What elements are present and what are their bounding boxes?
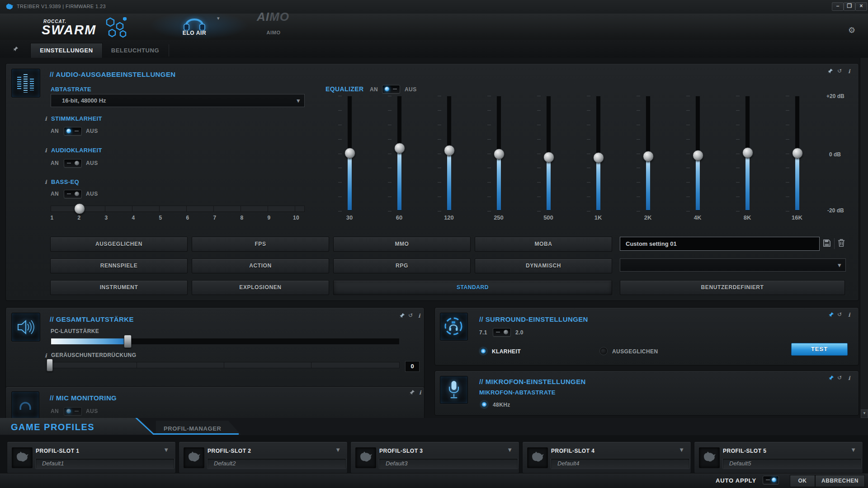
profile-card-4[interactable]: PROFIL-SLOT 4 ▼ Default4	[522, 441, 691, 474]
profile-name-field[interactable]: Default2	[207, 458, 346, 469]
profile-name-field[interactable]: Default3	[379, 458, 518, 469]
aimo-logo[interactable]: AIMO	[257, 10, 289, 24]
preset-explosionen-button[interactable]: EXPLOSIONEN	[192, 280, 329, 295]
bass-eq-info-icon[interactable]: i	[45, 179, 47, 185]
device-name[interactable]: ELO AIR	[172, 30, 217, 36]
noise-slider[interactable]	[49, 362, 400, 368]
audio-clarity-info-icon[interactable]: i	[45, 147, 47, 154]
profile-name-field[interactable]: Default1	[35, 458, 175, 469]
scrollbar-down-button[interactable]: ▾	[861, 409, 868, 418]
gear-icon[interactable]: ⚙	[848, 25, 855, 35]
custom-setting-input[interactable]: Custom setting 01	[620, 237, 820, 251]
microphone-undo-icon[interactable]: ↺	[837, 375, 842, 381]
eq-slider-handle[interactable]	[792, 148, 803, 159]
audio-pin-icon[interactable]	[827, 68, 833, 74]
eq-slider-handle[interactable]	[344, 148, 355, 159]
ok-button[interactable]: OK	[790, 475, 815, 487]
chevron-down-icon[interactable]: ▼	[507, 446, 513, 453]
eq-slider-handle[interactable]	[543, 152, 554, 163]
preset-ausgeglichen-button[interactable]: AUSGEGLICHEN	[50, 237, 188, 252]
save-icon[interactable]	[823, 239, 831, 248]
rate-48khz-radio[interactable]	[480, 400, 488, 408]
pc-volume-handle[interactable]	[124, 335, 132, 348]
noise-info-icon[interactable]: i	[45, 352, 47, 359]
noise-slider-handle[interactable]	[47, 359, 53, 371]
eq-slider-handle[interactable]	[444, 145, 455, 156]
master-undo-icon[interactable]: ↺	[408, 312, 413, 319]
profile-card-1[interactable]: PROFIL-SLOT 1 ▼ Default1	[7, 441, 176, 474]
auto-apply-toggle[interactable]	[763, 476, 779, 484]
eq-slider-handle[interactable]	[643, 151, 654, 162]
chevron-down-icon[interactable]: ▼	[163, 446, 169, 453]
preset-mmo-button[interactable]: MMO	[333, 237, 471, 252]
audio-undo-icon[interactable]: ↺	[837, 68, 842, 74]
eq-slider-handle[interactable]	[693, 150, 703, 161]
roccat-logo-box	[699, 447, 720, 468]
eq-slider-handle[interactable]	[593, 152, 604, 163]
surround-pin-icon[interactable]	[828, 312, 834, 318]
brand-swarm-logo: SWARM	[42, 23, 96, 38]
eq-slider-handle[interactable]	[394, 143, 405, 154]
eq-band-30: 30	[325, 96, 374, 223]
eq-slider-handle[interactable]	[742, 147, 753, 158]
chevron-down-icon[interactable]: ▼	[335, 446, 341, 453]
preset-moba-button[interactable]: MOBA	[475, 237, 612, 252]
preset-standard-button[interactable]: STANDARD	[333, 280, 612, 295]
mic-monitoring-pin-icon[interactable]	[409, 389, 415, 395]
audio-info-icon[interactable]: i	[848, 68, 850, 75]
custom-preset-dropdown[interactable]: ▾	[620, 258, 846, 272]
preset-rennspiele-button[interactable]: RENNSPIELE	[50, 258, 188, 273]
abbrechen-button[interactable]: ABBRECHEN	[815, 475, 865, 487]
pc-volume-fill	[51, 338, 127, 344]
minimize-button[interactable]: –	[832, 2, 844, 11]
mic-monitoring-info-icon[interactable]: i	[419, 389, 421, 396]
mic-monitoring-toggle[interactable]	[64, 407, 82, 416]
device-selector[interactable]	[179, 15, 210, 30]
profile-name-field[interactable]: Default4	[551, 458, 690, 469]
tab-beleuchtung[interactable]: BELEUCHTUNG	[102, 43, 169, 58]
tab-einstellungen[interactable]: EINSTELLUNGEN	[30, 43, 103, 58]
surround-info-icon[interactable]: i	[848, 312, 850, 318]
ausgeglichen-radio[interactable]	[599, 347, 608, 355]
microphone-info-icon[interactable]: i	[848, 375, 850, 381]
sample-rate-dropdown[interactable]: 16-bit, 48000 Hz ▾	[51, 94, 305, 107]
scrollbar-track[interactable]	[860, 58, 868, 418]
profile-card-2[interactable]: PROFIL-SLOT 2 ▼ Default2	[179, 441, 348, 474]
chevron-down-icon[interactable]: ▼	[679, 446, 684, 453]
klarheit-radio[interactable]	[479, 347, 487, 355]
profile-name-field[interactable]: Default5	[722, 458, 862, 469]
eq-slider-handle[interactable]	[494, 149, 505, 160]
master-pin-icon[interactable]	[399, 313, 405, 319]
surround-undo-icon[interactable]: ↺	[837, 311, 842, 318]
bass-eq-toggle[interactable]	[64, 190, 82, 198]
preset-dynamisch-button[interactable]: DYNAMISCH	[475, 258, 612, 273]
preset-rpg-button[interactable]: RPG	[333, 258, 471, 273]
master-info-icon[interactable]: i	[418, 313, 420, 319]
trash-icon[interactable]	[837, 238, 845, 248]
voice-clarity-info-icon[interactable]: i	[45, 116, 47, 122]
benutzerdefiniert-button[interactable]: BENUTZERDEFINIERT	[620, 280, 845, 295]
device-chevron-icon[interactable]: ▾	[217, 15, 220, 21]
bass-eq-slider[interactable]	[51, 206, 305, 212]
pin-tab-icon[interactable]	[13, 46, 19, 52]
close-button[interactable]: ×	[855, 2, 867, 11]
preset-instrument-button[interactable]: INSTRUMENT	[50, 280, 188, 295]
test-button[interactable]: TEST	[791, 343, 848, 356]
preset-action-button[interactable]: ACTION	[192, 258, 329, 273]
eq-band-4k: 4K	[673, 96, 722, 223]
microphone-pin-icon[interactable]	[828, 375, 834, 381]
audio-clarity-toggle[interactable]	[64, 159, 82, 168]
sample-rate-label: ABTASTRATE	[51, 86, 91, 93]
aimo-label[interactable]: AIMO	[258, 30, 289, 35]
profile-card-3[interactable]: PROFIL-SLOT 3 ▼ Default3	[350, 441, 519, 474]
equalizer-toggle[interactable]	[382, 85, 400, 94]
preset-fps-button[interactable]: FPS	[192, 237, 329, 252]
voice-clarity-toggle[interactable]	[64, 127, 82, 136]
maximize-button[interactable]: ❐	[844, 2, 855, 11]
bass-eq-on-label: AN	[51, 191, 59, 197]
chevron-down-icon[interactable]: ▼	[850, 446, 856, 453]
bass-eq-slider-handle[interactable]	[74, 203, 85, 214]
surround-mode-toggle[interactable]	[493, 328, 511, 337]
eq-freq-label: 500	[524, 214, 573, 221]
profile-card-5[interactable]: PROFIL-SLOT 5 ▼ Default5	[694, 441, 863, 474]
